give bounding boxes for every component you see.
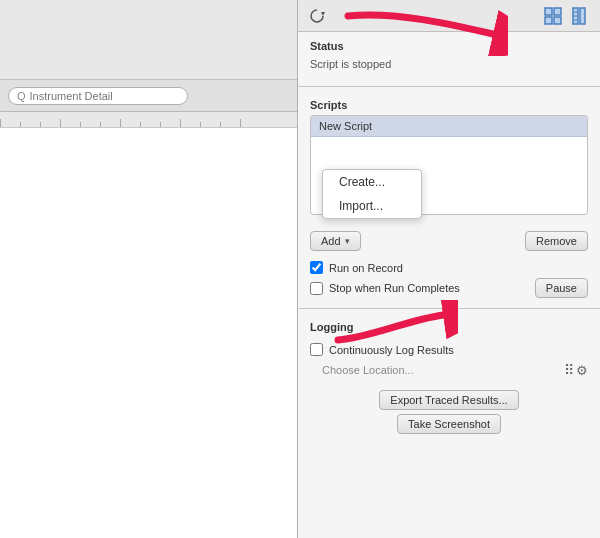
logging-label: Logging [310, 321, 588, 333]
continuously-log-checkbox[interactable] [310, 343, 323, 356]
export-row: Export Traced Results... Take Screenshot [298, 382, 600, 442]
script-item[interactable]: New Script [311, 116, 587, 137]
status-value: Script is stopped [310, 56, 588, 78]
stop-when-complete-label: Stop when Run Completes [329, 282, 460, 294]
create-menu-item[interactable]: Create... [323, 170, 421, 194]
svg-rect-4 [554, 8, 561, 15]
search-icon: Q [17, 90, 26, 102]
toolbar [298, 0, 600, 32]
choose-location-row: Choose Location... ⠿ ⚙ [298, 358, 600, 382]
left-panel: Q [0, 0, 298, 538]
ruler [0, 112, 297, 128]
add-remove-row: Add ▾ Create... Import... Remove [298, 227, 600, 259]
divider-2 [298, 308, 600, 309]
import-menu-item[interactable]: Import... [323, 194, 421, 218]
svg-rect-6 [554, 17, 561, 24]
panel-content: Status Script is stopped Scripts New Scr… [298, 32, 600, 538]
export-button[interactable]: Export Traced Results... [379, 390, 518, 410]
remove-button[interactable]: Remove [525, 231, 588, 251]
continuously-log-row: Continuously Log Results [298, 341, 600, 358]
choose-location-text[interactable]: Choose Location... [310, 362, 426, 378]
continuously-log-label: Continuously Log Results [329, 344, 454, 356]
svg-rect-3 [545, 8, 552, 15]
right-panel: Status Script is stopped Scripts New Scr… [298, 0, 600, 538]
search-bar: Q [0, 80, 297, 112]
run-on-record-label: Run on Record [329, 262, 403, 274]
add-label: Add [321, 235, 341, 247]
svg-rect-8 [580, 8, 585, 24]
stop-checkbox-wrapper: Stop when Run Completes [310, 282, 460, 295]
run-on-record-row: Run on Record [298, 259, 600, 276]
add-dropdown-menu: Create... Import... [322, 169, 422, 219]
svg-marker-2 [321, 12, 325, 16]
logging-section: Logging [298, 313, 600, 341]
status-section: Status Script is stopped [298, 32, 600, 82]
screenshot-button[interactable]: Take Screenshot [397, 414, 501, 434]
status-label: Status [310, 40, 588, 52]
top-area [0, 0, 297, 80]
stepper-gear: ⠿ ⚙ [564, 362, 588, 378]
divider-1 [298, 86, 600, 87]
add-dropdown-wrapper: Add ▾ Create... Import... [310, 231, 361, 251]
search-input[interactable] [30, 90, 170, 102]
content-area [0, 128, 297, 538]
run-on-record-checkbox[interactable] [310, 261, 323, 274]
scripts-label: Scripts [310, 99, 588, 111]
sync-icon[interactable] [306, 5, 328, 27]
chevron-down-icon: ▾ [345, 236, 350, 246]
search-wrapper[interactable]: Q [8, 87, 188, 105]
pause-button[interactable]: Pause [535, 278, 588, 298]
stepper-icon[interactable]: ⠿ [564, 362, 574, 378]
stop-when-complete-checkbox[interactable] [310, 282, 323, 295]
add-button[interactable]: Add ▾ [310, 231, 361, 251]
column-view-icon[interactable] [570, 5, 592, 27]
gear-icon[interactable]: ⚙ [576, 363, 588, 378]
grid-view-icon[interactable] [542, 5, 564, 27]
stop-when-complete-row: Stop when Run Completes Pause [298, 276, 600, 304]
svg-rect-5 [545, 17, 552, 24]
